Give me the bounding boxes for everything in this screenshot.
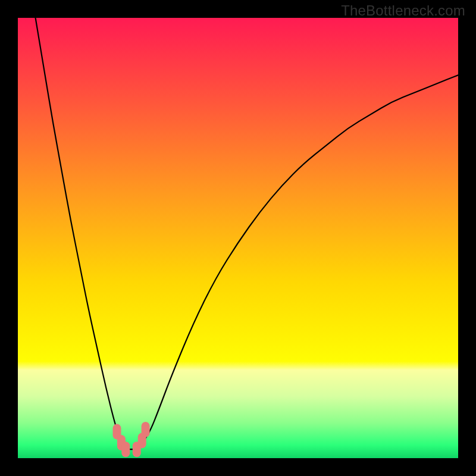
plot-area xyxy=(18,18,458,458)
bottleneck-chart xyxy=(18,18,458,458)
curve-marker xyxy=(121,441,130,457)
watermark-text: TheBottleneck.com xyxy=(341,2,465,19)
gradient-background xyxy=(18,18,458,458)
curve-marker xyxy=(142,422,150,437)
chart-frame: TheBottleneck.com xyxy=(0,0,476,476)
